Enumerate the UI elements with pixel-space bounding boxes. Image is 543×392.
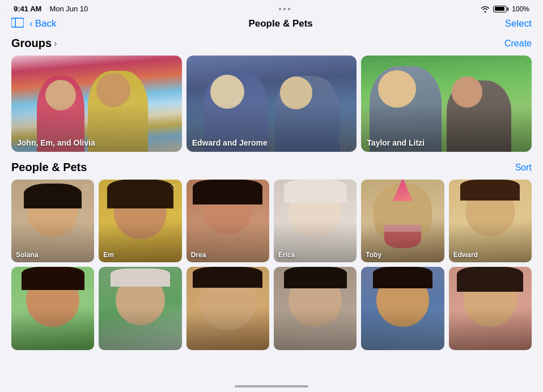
status-right: 100% <box>481 5 529 13</box>
people-title: People & Pets <box>11 161 87 174</box>
battery-percent: 100% <box>512 5 529 13</box>
people-grid-row2 <box>11 267 532 350</box>
group-label-3: Taylor and Litzi <box>367 138 425 147</box>
back-label: Back <box>35 18 57 29</box>
erica-inner <box>274 180 357 262</box>
scroll-indicator <box>235 385 308 387</box>
r2c5-inner <box>361 267 444 350</box>
group-card-3-inner <box>361 56 532 152</box>
person-card-em[interactable]: ♡ Em <box>99 180 181 262</box>
back-button[interactable]: ‹ Back <box>29 18 56 29</box>
r2c2-overlay <box>99 267 181 350</box>
group-2-overlay <box>186 56 357 152</box>
battery-body <box>493 6 507 12</box>
r2c1-inner <box>11 267 94 350</box>
person-card-solana[interactable]: ♡ Solana <box>11 180 94 262</box>
group-label-2: Edward and Jerome <box>192 138 268 147</box>
em-heart-icon: ♡ <box>170 183 177 192</box>
person-card-r2c1[interactable] <box>11 267 94 350</box>
r2c3-inner <box>186 267 269 350</box>
group-card-2[interactable]: Edward and Jerome <box>186 56 357 152</box>
group-card-2-inner <box>186 56 357 152</box>
nav-left: ‹ Back <box>11 18 56 30</box>
status-dot-1 <box>279 8 281 10</box>
r2c5-overlay <box>361 267 444 350</box>
status-dot-2 <box>283 8 286 10</box>
people-grid-row1: ♡ Solana ♡ Em <box>11 180 532 262</box>
device-frame: 9:41 AM Mon Jun 10 100% <box>0 0 543 392</box>
edward-inner <box>449 180 532 262</box>
r2c2-inner <box>99 267 181 350</box>
group-card-1[interactable]: John, Em, and Olivia <box>11 56 182 152</box>
person-card-r2c2[interactable] <box>99 267 181 350</box>
person-card-edward[interactable]: Edward <box>449 180 532 262</box>
drea-inner <box>186 180 269 262</box>
battery-tip <box>507 7 508 11</box>
r2c4-inner <box>274 267 357 350</box>
toby-overlay <box>361 180 444 262</box>
status-bar: 9:41 AM Mon Jun 10 100% <box>0 0 543 15</box>
group-card-3[interactable]: Taylor and Litzi <box>361 56 532 152</box>
group-3-overlay <box>361 56 532 152</box>
nav-right: Select <box>505 18 532 29</box>
page-title: People & Pets <box>248 18 312 29</box>
people-section-header: People & Pets Sort <box>11 161 532 174</box>
person-card-r2c4[interactable] <box>274 267 357 350</box>
group-card-1-inner <box>11 56 182 152</box>
em-name: Em <box>103 251 114 259</box>
person-card-r2c3[interactable] <box>186 267 269 350</box>
person-card-erica[interactable]: Erica <box>274 180 357 262</box>
toby-inner <box>361 180 444 262</box>
status-left: 9:41 AM Mon Jun 10 <box>14 5 88 13</box>
r2c1-overlay <box>11 267 94 350</box>
groups-chevron-icon: › <box>54 39 57 49</box>
groups-title-row[interactable]: Groups › <box>11 37 57 50</box>
svg-rect-0 <box>11 18 24 27</box>
sidebar-toggle-icon[interactable] <box>11 18 24 30</box>
erica-overlay <box>274 180 357 262</box>
status-time: 9:41 AM <box>14 5 41 13</box>
drea-name: Drea <box>191 251 206 259</box>
wifi-icon <box>481 6 490 12</box>
solana-name: Solana <box>16 251 38 259</box>
r2c6-overlay <box>449 267 532 350</box>
groups-title: Groups <box>11 37 52 50</box>
select-button[interactable]: Select <box>505 18 532 29</box>
r2c3-overlay <box>186 267 269 350</box>
drea-overlay <box>186 180 269 262</box>
nav-bar: ‹ Back People & Pets Select <box>0 15 543 35</box>
person-card-toby[interactable]: Toby <box>361 180 444 262</box>
r2c4-overlay <box>274 267 357 350</box>
groups-section-header: Groups › Create <box>11 37 532 50</box>
create-button[interactable]: Create <box>504 39 532 49</box>
back-chevron-icon: ‹ <box>29 18 33 29</box>
edward-name: Edward <box>453 251 478 259</box>
person-card-drea[interactable]: Drea <box>186 180 269 262</box>
sort-button[interactable]: Sort <box>515 163 532 173</box>
groups-grid: John, Em, and Olivia Edward and Jerome <box>11 56 532 152</box>
status-center <box>279 8 290 10</box>
r2c6-inner <box>449 267 532 350</box>
erica-name: Erica <box>278 251 295 259</box>
edward-overlay <box>449 180 532 262</box>
solana-heart-icon: ♡ <box>82 183 90 192</box>
status-dot-3 <box>288 8 290 10</box>
toby-name: Toby <box>366 251 381 259</box>
status-date: Mon Jun 10 <box>49 5 88 13</box>
battery-icon <box>493 6 508 12</box>
group-1-overlay <box>11 56 182 152</box>
person-card-r2c5[interactable] <box>361 267 444 350</box>
person-card-r2c6[interactable] <box>449 267 532 350</box>
group-label-1: John, Em, and Olivia <box>17 138 95 147</box>
battery-fill <box>495 7 504 11</box>
main-content: Groups › Create John, Em, and Oliv <box>0 35 543 350</box>
